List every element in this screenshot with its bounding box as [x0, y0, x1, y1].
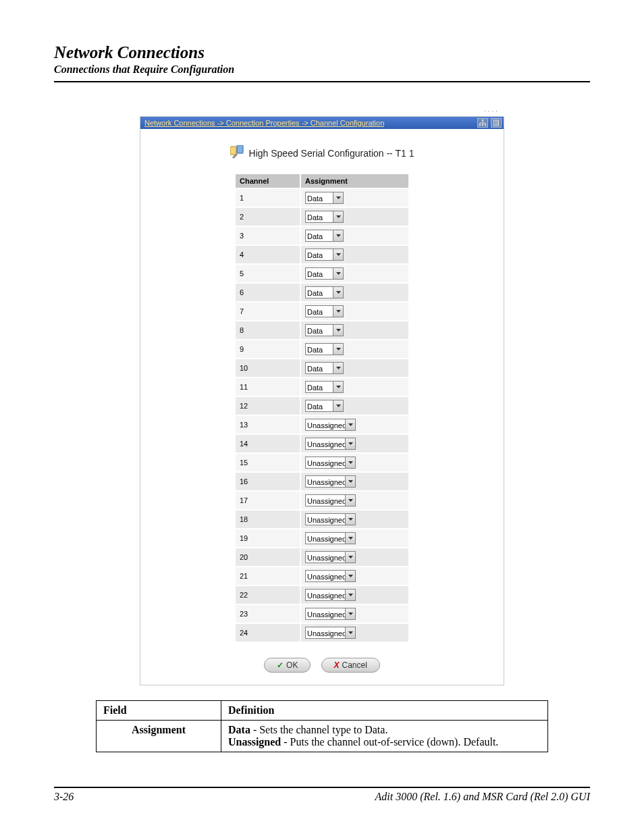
assignment-value: Unassigned: [306, 514, 345, 525]
assignment-cell: Data: [301, 265, 408, 282]
svg-rect-8: [230, 147, 236, 155]
assignment-cell: Data: [301, 359, 408, 377]
assignment-select[interactable]: Data: [305, 305, 344, 317]
svg-rect-3: [485, 124, 486, 126]
svg-marker-15: [336, 291, 341, 294]
assignment-value: Unassigned: [306, 552, 345, 563]
assignment-select[interactable]: Data: [305, 362, 344, 374]
channel-cell: 22: [236, 586, 300, 604]
svg-marker-31: [348, 594, 353, 596]
channel-cell: 11: [236, 378, 300, 396]
chevron-down-icon: [345, 419, 355, 430]
breadcrumb[interactable]: Network Connections -> Connection Proper…: [144, 119, 384, 127]
svg-marker-28: [348, 537, 353, 540]
chevron-down-icon: [345, 476, 355, 487]
svg-marker-14: [336, 272, 341, 275]
table-row: 7Data: [236, 303, 408, 320]
assignment-select[interactable]: Unassigned: [305, 457, 356, 469]
assignment-cell: Data: [301, 227, 408, 244]
assignment-select[interactable]: Data: [305, 343, 344, 355]
assignment-select[interactable]: Data: [305, 211, 344, 223]
assignment-cell: Unassigned: [301, 567, 408, 585]
channel-cell: 16: [236, 473, 300, 490]
assignment-select[interactable]: Data: [305, 192, 344, 204]
assignment-select[interactable]: Unassigned: [305, 570, 356, 582]
channel-cell: 8: [236, 321, 300, 339]
channel-cell: 13: [236, 416, 300, 434]
svg-marker-33: [348, 631, 353, 634]
channel-cell: 7: [236, 303, 300, 320]
chevron-down-icon: [333, 400, 343, 411]
page-title: Network Connections: [54, 43, 590, 62]
assignment-cell: Data: [301, 303, 408, 320]
channel-cell: 2: [236, 208, 300, 226]
svg-marker-22: [348, 423, 353, 426]
assignment-select[interactable]: Data: [305, 400, 344, 412]
chevron-down-icon: [333, 268, 343, 279]
page-number: 3-26: [54, 791, 74, 803]
chevron-down-icon: [345, 438, 355, 449]
assignment-value: Data: [306, 230, 333, 241]
chevron-down-icon: [333, 306, 343, 317]
sitemap-icon[interactable]: [477, 118, 488, 128]
def-field-name: Assignment: [97, 721, 221, 752]
assignment-select[interactable]: Data: [305, 286, 344, 298]
table-row: 13Unassigned: [236, 416, 408, 434]
assignment-select[interactable]: Data: [305, 324, 344, 336]
assignment-value: Data: [306, 344, 333, 355]
svg-marker-27: [348, 518, 353, 521]
channel-cell: 15: [236, 454, 300, 471]
assignment-select[interactable]: Unassigned: [305, 627, 356, 639]
ok-button-label: OK: [286, 660, 298, 670]
assignment-select[interactable]: Unassigned: [305, 608, 356, 620]
cancel-button-label: Cancel: [342, 660, 367, 670]
assignment-select[interactable]: Data: [305, 230, 344, 242]
chevron-down-icon: [333, 230, 343, 241]
def-unassigned-text: - Puts the channel out-of-service (down)…: [281, 736, 498, 748]
svg-marker-13: [336, 253, 341, 256]
page-header: Network Connections Connections that Req…: [0, 0, 644, 78]
assignment-cell: Data: [301, 321, 408, 339]
svg-marker-32: [348, 613, 353, 615]
assignment-value: Data: [306, 287, 333, 298]
assignment-select[interactable]: Unassigned: [305, 475, 356, 488]
assignment-select[interactable]: Unassigned: [305, 494, 356, 506]
channel-cell: 1: [236, 189, 300, 207]
assignment-select[interactable]: Unassigned: [305, 419, 356, 431]
chevron-down-icon: [345, 590, 355, 600]
assignment-select[interactable]: Data: [305, 267, 344, 280]
footer-rule: [54, 787, 590, 788]
chevron-down-icon: [333, 211, 343, 222]
channel-cell: 14: [236, 435, 300, 452]
assignment-cell: Unassigned: [301, 605, 408, 623]
table-row: 14Unassigned: [236, 435, 408, 452]
chevron-down-icon: [333, 249, 343, 260]
page-icon[interactable]: [491, 118, 502, 128]
svg-marker-19: [336, 367, 341, 369]
ok-button[interactable]: ✓ OK: [264, 658, 311, 673]
assignment-select[interactable]: Unassigned: [305, 589, 356, 601]
svg-marker-23: [348, 442, 353, 445]
channel-cell: 20: [236, 548, 300, 566]
column-header-assignment: Assignment: [301, 174, 408, 188]
assignment-select[interactable]: Data: [305, 381, 344, 393]
assignment-select[interactable]: Unassigned: [305, 551, 356, 563]
svg-marker-25: [348, 480, 353, 483]
assignment-value: Unassigned: [306, 533, 345, 544]
assignment-cell: Data: [301, 208, 408, 226]
assignment-cell: Unassigned: [301, 529, 408, 547]
svg-marker-17: [336, 329, 341, 332]
svg-marker-24: [348, 461, 353, 464]
assignment-value: Data: [306, 249, 333, 260]
cancel-button[interactable]: X Cancel: [321, 658, 380, 673]
check-icon: ✓: [277, 660, 284, 670]
assignment-value: Unassigned: [306, 438, 345, 449]
assignment-select[interactable]: Unassigned: [305, 438, 356, 450]
def-row-assignment: Assignment Data - Sets the channel type …: [97, 721, 548, 752]
chevron-down-icon: [345, 533, 355, 544]
assignment-select[interactable]: Unassigned: [305, 513, 356, 525]
table-row: 17Unassigned: [236, 492, 408, 509]
assignment-select[interactable]: Data: [305, 249, 344, 261]
chevron-down-icon: [345, 457, 355, 468]
assignment-select[interactable]: Unassigned: [305, 532, 356, 544]
